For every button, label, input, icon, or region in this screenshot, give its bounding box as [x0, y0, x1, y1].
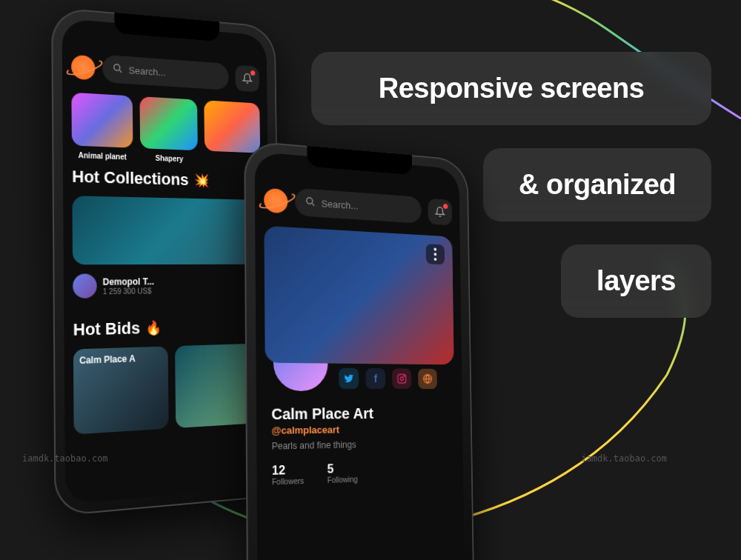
category-card[interactable]	[205, 100, 261, 153]
phone-mockup-profile: Search... f	[244, 140, 475, 560]
bid-card[interactable]: Calm Place A	[73, 346, 169, 434]
stat-count: 5	[328, 461, 358, 476]
instagram-icon[interactable]	[392, 368, 411, 389]
more-options-button[interactable]	[426, 244, 445, 264]
twitter-icon[interactable]	[339, 368, 359, 389]
app-logo-icon[interactable]	[264, 187, 288, 213]
profile-bio: Pearls and fine things	[272, 438, 450, 452]
facebook-icon[interactable]: f	[365, 368, 385, 389]
bell-icon	[242, 73, 253, 84]
app-logo-icon[interactable]	[71, 54, 95, 80]
collection-name: Demopol T...	[103, 276, 154, 287]
website-icon[interactable]	[418, 369, 437, 389]
section-title-collections: Hot Collections	[72, 167, 189, 190]
category-card[interactable]	[139, 96, 198, 150]
svg-point-0	[114, 64, 120, 71]
svg-point-1	[307, 198, 313, 204]
svg-point-3	[400, 377, 403, 381]
category-label: Animal planet	[79, 151, 127, 161]
watermark-text: iamdk.taobao.com	[22, 453, 108, 464]
category-card[interactable]	[71, 93, 133, 148]
search-placeholder: Search...	[322, 198, 359, 211]
profile-name: Calm Place Art	[271, 404, 449, 423]
watermark-text: iamdk.taobao.com	[581, 453, 667, 464]
stat-count: 12	[272, 463, 304, 478]
search-icon	[113, 63, 123, 76]
stat-label: Following	[328, 476, 358, 484]
svg-point-4	[404, 376, 405, 376]
collection-price: 1 259 300 US$	[103, 287, 154, 296]
feature-badge-3: layers	[561, 244, 711, 318]
stat-label: Followers	[272, 477, 304, 487]
bell-icon	[435, 206, 445, 218]
bid-label: Calm Place A	[79, 353, 136, 366]
collection-avatar[interactable]	[73, 274, 97, 299]
search-input[interactable]: Search...	[295, 188, 422, 224]
feature-badge-1: Responsive screens	[311, 52, 711, 125]
collision-icon: 💥	[194, 173, 210, 189]
profile-avatar[interactable]	[271, 333, 330, 393]
stat-following[interactable]: 5 Following	[328, 461, 358, 484]
notifications-button[interactable]	[235, 64, 259, 92]
search-input[interactable]: Search...	[102, 55, 229, 90]
notifications-button[interactable]	[428, 198, 452, 225]
fire-icon: 🔥	[146, 319, 162, 336]
stat-followers[interactable]: 12 Followers	[272, 463, 304, 486]
profile-handle: @calmplaceart	[271, 423, 449, 436]
feature-badge-2: & organized	[483, 148, 711, 221]
category-label: Shapery	[156, 154, 184, 163]
search-icon	[305, 196, 316, 210]
section-title-bids: Hot Bids	[73, 319, 141, 340]
collection-card[interactable]	[72, 196, 262, 264]
search-placeholder: Search...	[129, 64, 166, 78]
